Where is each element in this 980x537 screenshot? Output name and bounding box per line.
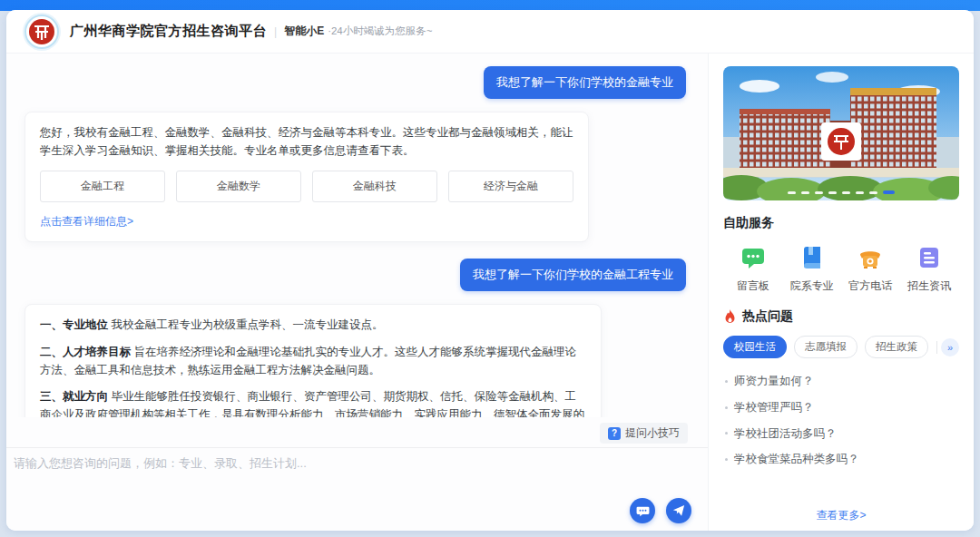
carousel-dot[interactable] [883,190,895,194]
flame-icon [723,309,737,324]
carousel-dots[interactable] [788,190,895,194]
bot-message-card: 一、专业地位 我校金融工程专业为校级重点学科、一流专业建设点。 二、人才培养目标… [24,304,602,417]
bullet-dot [725,406,728,409]
hot-question-item[interactable]: 学校社团活动多吗？ [723,416,959,443]
carousel-dot[interactable] [869,191,877,194]
departments-icon [799,244,826,271]
carousel-dot[interactable] [801,191,809,194]
service-departments[interactable]: 院系专业 [786,244,838,294]
major-button-row: 金融工程 金融数学 金融科技 经济与金融 [40,171,573,202]
app-window: 广州华商学院官方招生咨询平台 | 智能小E ·24小时竭诚为您服务~ 我想了解一… [6,10,974,531]
message-board-icon [740,244,767,271]
hot-question-item[interactable]: 学校食堂菜品种类多吗？ [723,442,959,468]
major-button-fintech[interactable]: 金融科技 [312,171,437,202]
tips-label: 提问小技巧 [625,425,680,441]
send-button[interactable] [666,498,691,523]
service-row: 留言板 院系专业 [723,244,959,294]
phone-icon [857,244,884,271]
chat-panel: 我想了解一下你们学校的金融专业 您好，我校有金融工程、金融数学、金融科技、经济与… [6,54,709,531]
carousel-dot[interactable] [788,191,796,194]
question-mark-icon: ? [608,427,621,440]
hot-question-list: 师资力量如何？ 学校管理严吗？ 学校社团活动多吗？ 学校食堂菜品种类多吗？ [723,364,959,468]
bullet-dot [725,432,728,434]
input-zone [6,447,708,531]
view-details-link[interactable]: 点击查看详细信息> [40,213,133,230]
service-phone[interactable]: 官方电话 [844,244,897,294]
bullet-dot [725,380,728,383]
carousel-dot[interactable] [842,191,850,194]
question-tips-button[interactable]: ? 提问小技巧 [600,423,688,444]
chat-bubble-icon [636,504,650,518]
major-button-financial-math[interactable]: 金融数学 [176,171,301,202]
tab-campus-life[interactable]: 校园生活 [723,336,787,358]
hot-question-item[interactable]: 师资力量如何？ [723,364,959,390]
user-message: 我想了解一下你们学校的金融专业 [484,66,686,99]
view-more-link[interactable]: 查看更多> [709,508,974,523]
more-tabs-button[interactable]: » [941,338,959,356]
major-button-economics-finance[interactable]: 经济与金融 [448,171,573,202]
bot-message-card: 您好，我校有金融工程、金融数学、金融科技、经济与金融等本科专业。这些专业都与金融… [24,112,589,242]
bot-paragraph: 一、专业地位 我校金融工程专业为校级重点学科、一流专业建设点。 [40,316,586,334]
hot-question-item[interactable]: 学校管理严吗？ [723,390,959,416]
bot-paragraph: 三、就业方向 毕业生能够胜任投资银行、商业银行、资产管理公司、期货期权、信托、保… [40,387,586,417]
quick-chat-button[interactable] [630,498,655,523]
service-admission-news[interactable]: 招生资讯 [903,244,956,294]
page-title: 广州华商学院官方招生咨询平台 [70,23,267,40]
carousel-dot[interactable] [856,191,864,194]
header-tagline: ·24小时竭诚为您服务~ [328,24,432,38]
bot-name: 智能小E [284,24,324,39]
admission-news-icon [916,244,943,271]
header: 广州华商学院官方招生咨询平台 | 智能小E ·24小时竭诚为您服务~ [6,10,974,54]
chat-input[interactable] [14,455,695,495]
bullet-dot [725,458,728,461]
title-separator: | [274,25,277,38]
sidebar: 自助服务 留言板 院系专业 [709,54,974,531]
tips-row: ? 提问小技巧 [6,417,708,447]
carousel-dot[interactable] [815,191,823,194]
tab-policy[interactable]: 招生政策 [865,336,928,358]
school-logo-icon [24,15,59,49]
major-button-financial-engineering[interactable]: 金融工程 [40,171,165,202]
campus-photo [723,66,959,200]
message-list: 我想了解一下你们学校的金融专业 您好，我校有金融工程、金融数学、金融科技、经济与… [6,54,708,417]
services-title: 自助服务 [723,215,959,231]
bot-paragraph: 二、人才培养目标 旨在培养经济理论和金融理论基础扎实的专业人才。这些人才能够系统… [40,343,586,380]
paper-plane-icon [672,504,685,517]
hot-questions-title: 热点问题 [723,308,959,325]
user-message: 我想了解一下你们学校的金融工程专业 [460,259,686,291]
service-message-board[interactable]: 留言板 [727,244,779,294]
tab-application[interactable]: 志愿填报 [794,336,858,358]
campus-photo-carousel[interactable] [723,66,959,200]
bot-message-text: 您好，我校有金融工程、金融数学、金融科技、经济与金融等本科专业。这些专业都与金融… [40,123,573,161]
carousel-dot[interactable] [828,191,837,194]
tabs-divider [936,341,937,354]
hot-question-tabs: 校园生活 志愿填报 招生政策 » [723,336,959,358]
